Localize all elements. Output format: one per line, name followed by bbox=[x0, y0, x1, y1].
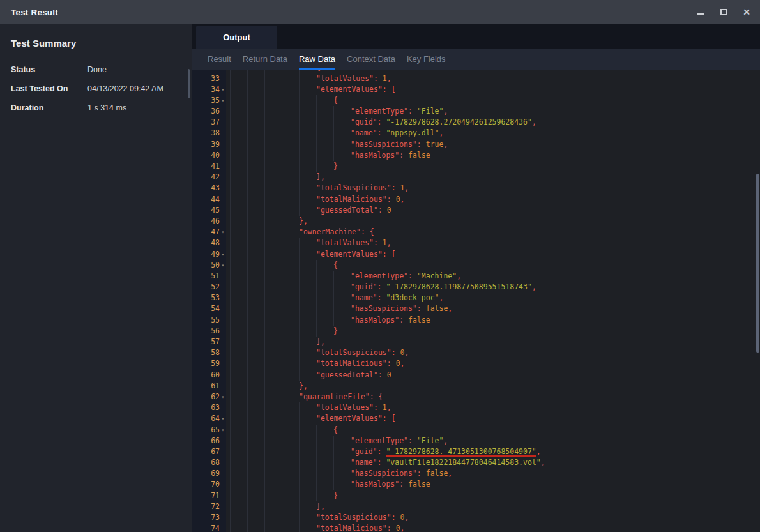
fold-arrow-icon[interactable]: ▾ bbox=[220, 425, 226, 436]
indent-guides bbox=[230, 512, 316, 523]
code-token: , bbox=[448, 303, 452, 314]
sidebar-scrollbar[interactable] bbox=[188, 69, 190, 98]
code-line: 65▾{ bbox=[192, 425, 760, 436]
code-token: , bbox=[443, 436, 448, 446]
subtab-key-fields[interactable]: Key Fields bbox=[407, 49, 446, 70]
fold-arrow-icon[interactable]: ▾ bbox=[220, 95, 226, 106]
test-summary-panel: Test Summary Status Done Last Tested On … bbox=[0, 24, 192, 532]
fold-arrow-icon[interactable]: ▾ bbox=[220, 249, 226, 260]
code-token: "totalSuspicious": bbox=[316, 183, 400, 194]
line-number: 73 bbox=[192, 512, 220, 523]
panel-title: Test Summary bbox=[11, 38, 192, 49]
line-number: 66 bbox=[192, 436, 220, 446]
code-line: 71} bbox=[192, 490, 760, 501]
code-token: , bbox=[405, 347, 409, 358]
indent-guides bbox=[230, 337, 316, 347]
line-number: 45 bbox=[192, 205, 220, 216]
summary-row-last-tested: Last Tested On 04/13/2022 09:42 AM bbox=[11, 84, 192, 93]
code-line: 62▾"quarantineFile": { bbox=[192, 391, 760, 402]
code-line: 45"guessedTotal": 0 bbox=[192, 205, 760, 216]
fold-spacer bbox=[220, 128, 226, 139]
fold-spacer bbox=[220, 150, 226, 161]
fold-spacer bbox=[220, 512, 226, 523]
code-token: "name": bbox=[351, 128, 386, 139]
code-line: 50▾{ bbox=[192, 260, 760, 271]
code-token: "-1782978628.2720494261259628436" bbox=[386, 117, 531, 128]
indent-guides bbox=[230, 479, 351, 490]
main-tabstrip: Output bbox=[192, 24, 760, 49]
minimize-icon[interactable] bbox=[696, 8, 705, 17]
code-token: "totalMalicious": bbox=[316, 194, 396, 205]
code-lines: {33"totalValues": 1,34▾"elementValues": … bbox=[192, 70, 760, 532]
line-number: 52 bbox=[192, 282, 220, 293]
fold-spacer bbox=[220, 139, 226, 150]
indent-guides bbox=[230, 238, 316, 248]
code-token: 0 bbox=[400, 347, 405, 358]
fold-spacer bbox=[220, 358, 226, 369]
fold-spacer bbox=[220, 293, 226, 303]
maximize-icon[interactable] bbox=[719, 8, 728, 17]
code-token: true bbox=[426, 139, 444, 150]
code-line: 36"elementType": "File", bbox=[192, 106, 760, 117]
fold-spacer bbox=[220, 271, 226, 282]
subtab-result[interactable]: Result bbox=[208, 49, 231, 70]
code-scrollbar-thumb[interactable] bbox=[756, 174, 759, 353]
subtab-context-data[interactable]: Context Data bbox=[347, 49, 395, 70]
indent-guides bbox=[230, 161, 333, 172]
tab-output[interactable]: Output bbox=[196, 26, 277, 49]
code-token: , bbox=[387, 73, 391, 84]
line-number: 43 bbox=[192, 183, 220, 194]
subtab-return-data[interactable]: Return Data bbox=[243, 49, 287, 70]
line-number: 44 bbox=[192, 194, 220, 205]
code-token: "elementValues": [ bbox=[316, 413, 396, 424]
line-number: 62 bbox=[192, 391, 220, 402]
fold-spacer bbox=[220, 238, 226, 248]
code-token: 1 bbox=[400, 183, 405, 194]
code-token: false bbox=[408, 315, 430, 326]
line-number: 56 bbox=[192, 326, 220, 337]
indent-guides bbox=[230, 391, 299, 402]
code-token: } bbox=[333, 490, 338, 501]
fold-spacer bbox=[220, 490, 226, 501]
code-token: , bbox=[457, 271, 461, 282]
fold-spacer bbox=[220, 315, 226, 326]
code-token: 1 bbox=[383, 402, 387, 413]
indent-guides bbox=[230, 326, 333, 337]
code-token: "guid": bbox=[351, 117, 386, 128]
line-number: 70 bbox=[192, 479, 220, 490]
code-token: { bbox=[333, 425, 338, 436]
code-token: 1 bbox=[383, 73, 387, 84]
code-token: ], bbox=[316, 337, 325, 347]
fold-arrow-icon[interactable]: ▾ bbox=[220, 260, 226, 271]
fold-arrow-icon[interactable]: ▾ bbox=[220, 413, 226, 424]
subtab-raw-data[interactable]: Raw Data bbox=[299, 49, 335, 70]
code-token: } bbox=[333, 326, 338, 337]
indent-guides bbox=[230, 303, 351, 314]
code-line: 44"totalMalicious": 0, bbox=[192, 194, 760, 205]
close-icon[interactable]: ✕ bbox=[742, 8, 751, 17]
fold-spacer bbox=[220, 523, 226, 532]
indent-guides bbox=[230, 260, 333, 271]
indent-guides bbox=[230, 501, 316, 512]
fold-arrow-icon[interactable]: ▾ bbox=[220, 84, 226, 95]
line-number: 51 bbox=[192, 271, 220, 282]
fold-spacer bbox=[220, 161, 226, 172]
fold-spacer bbox=[220, 216, 226, 227]
code-token: , bbox=[400, 358, 405, 369]
code-token: "guid": bbox=[351, 282, 386, 293]
code-line: 39"hasSuspicions": true, bbox=[192, 139, 760, 150]
raw-data-code-viewer[interactable]: {33"totalValues": 1,34▾"elementValues": … bbox=[192, 70, 760, 532]
fold-spacer bbox=[220, 194, 226, 205]
line-number: 34 bbox=[192, 84, 220, 95]
fold-arrow-icon[interactable]: ▾ bbox=[220, 391, 226, 402]
fold-spacer bbox=[220, 501, 226, 512]
line-number: 46 bbox=[192, 216, 220, 227]
line-number: 71 bbox=[192, 490, 220, 501]
code-token: "hasSuspicions": bbox=[351, 303, 426, 314]
fold-arrow-icon[interactable]: ▾ bbox=[220, 227, 226, 238]
fold-spacer bbox=[220, 183, 226, 194]
code-token: "totalValues": bbox=[316, 238, 383, 248]
code-token: "ownerMachine": { bbox=[299, 227, 374, 238]
status-label: Status bbox=[11, 65, 87, 74]
code-token: "hasSuspicions": bbox=[351, 468, 426, 479]
